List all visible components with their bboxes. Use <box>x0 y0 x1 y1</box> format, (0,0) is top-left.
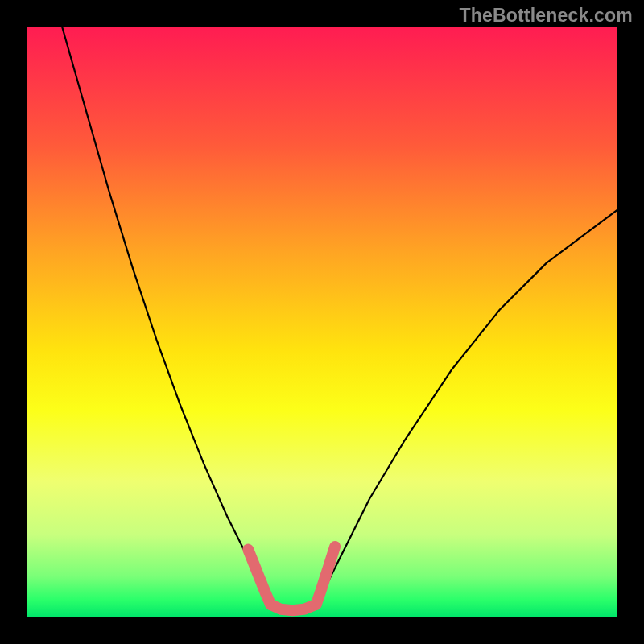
plot-area <box>27 27 617 617</box>
chart-stage: TheBottleneck.com <box>0 0 644 644</box>
series-pink-overlay-right <box>316 547 335 605</box>
chart-svg <box>27 27 617 617</box>
series-pink-overlay-left <box>248 550 270 605</box>
series-pink-overlay-floor <box>270 605 316 610</box>
watermark-text: TheBottleneck.com <box>459 5 633 27</box>
series-right-curve <box>316 210 617 606</box>
series-left-curve <box>62 27 269 605</box>
chart-lines <box>62 27 617 612</box>
